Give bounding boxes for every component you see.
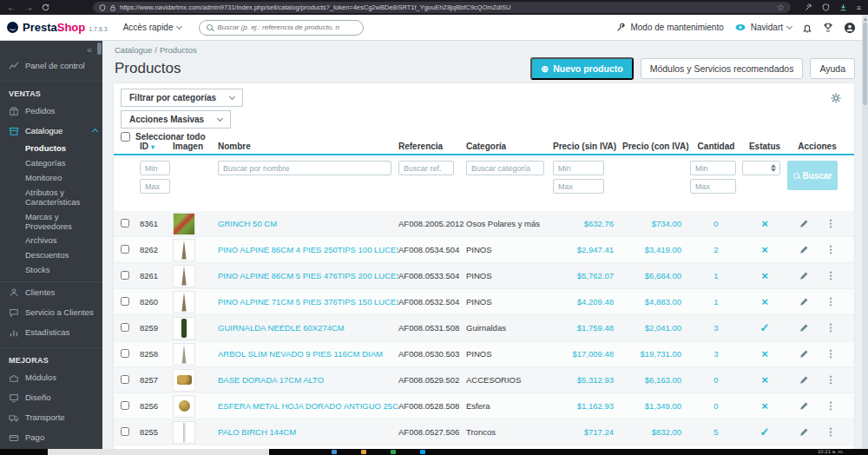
sidebar-item-modulos[interactable]: Módulos <box>0 368 102 388</box>
row-menu-dots-icon[interactable]: ⋮ <box>826 348 836 359</box>
price-max-filter[interactable] <box>553 179 604 194</box>
price-min-filter[interactable] <box>553 161 604 175</box>
col-precio-sin-iva[interactable]: Precio (sin IVA) <box>553 142 622 151</box>
filter-by-categories-dropdown[interactable]: Filtrar por categorías <box>121 89 243 107</box>
row-menu-dots-icon[interactable]: ⋮ <box>826 270 836 281</box>
prestashop-logo-icon[interactable] <box>7 22 18 33</box>
sidebar-item-clientes[interactable]: Clientes <box>0 281 102 303</box>
product-name-link[interactable]: ARBOL SLIM NEVADO 9 PIES 116CM DIAM <box>218 349 398 359</box>
reference-filter[interactable] <box>398 161 454 175</box>
os-taskbar[interactable]: 10:21 a. m. <box>0 449 868 455</box>
edit-pencil-icon[interactable] <box>799 245 809 254</box>
sidebar-item-archivos[interactable]: Archivos <box>0 234 102 248</box>
edit-pencil-icon[interactable] <box>799 375 809 385</box>
view-shop-dropdown[interactable]: Navidart <box>734 23 792 32</box>
row-checkbox[interactable] <box>121 401 129 410</box>
col-id[interactable]: ID▾ <box>140 142 173 151</box>
achievements-trophy-icon[interactable] <box>823 23 833 33</box>
sidebar-item-categorias[interactable]: Categorías <box>0 156 102 171</box>
taskbar-app-icon[interactable] <box>420 450 425 454</box>
account-avatar[interactable] <box>844 22 856 34</box>
sidebar-item-diseno[interactable]: Diseño <box>0 388 102 408</box>
name-filter[interactable] <box>218 161 391 175</box>
status-toggle[interactable]: × <box>742 218 787 229</box>
row-checkbox[interactable] <box>121 245 129 254</box>
sidebar-item-pago[interactable]: Pago <box>0 428 102 448</box>
grid-settings-gear-icon[interactable] <box>830 92 842 104</box>
product-name-link[interactable]: GUIRNALDA NEEDLE 60X274CM <box>218 323 398 333</box>
download-icon[interactable] <box>839 3 847 11</box>
taskbar-app-icon[interactable] <box>361 450 366 454</box>
edit-pencil-icon[interactable] <box>799 349 809 359</box>
product-name-link[interactable]: PINO ALPINE 71CM 5 PIES 376TIPS 150 LUCE… <box>218 297 398 307</box>
admin-search-input[interactable] <box>217 23 356 31</box>
status-toggle[interactable]: × <box>742 400 787 412</box>
status-toggle[interactable]: × <box>742 296 787 307</box>
browser-reload-icon[interactable] <box>42 3 49 11</box>
row-checkbox[interactable] <box>121 219 129 228</box>
edit-pencil-icon[interactable] <box>799 297 809 307</box>
row-checkbox[interactable] <box>121 271 129 280</box>
status-toggle[interactable]: × <box>742 348 787 359</box>
maintenance-mode-button[interactable]: Modo de mantenimiento <box>616 23 723 32</box>
new-product-button[interactable]: ⊕ Nuevo producto <box>530 57 633 80</box>
row-menu-dots-icon[interactable]: ⋮ <box>826 426 836 438</box>
quick-access-menu[interactable]: Accès rapide <box>123 23 182 32</box>
sidebar-item-estadisticas[interactable]: Estadísticas <box>0 323 102 343</box>
category-filter[interactable] <box>466 161 544 175</box>
notifications-bell-icon[interactable] <box>802 23 812 33</box>
col-estatus[interactable]: Estatus <box>742 142 787 151</box>
bookmark-star-icon[interactable]: ☆ <box>777 2 785 13</box>
sidebar-item-marcas[interactable]: Marcas y Proveedores <box>0 210 102 234</box>
row-checkbox[interactable] <box>121 427 129 436</box>
row-checkbox[interactable] <box>121 349 129 358</box>
edit-pencil-icon[interactable] <box>799 323 809 333</box>
qty-min-filter[interactable] <box>690 161 736 175</box>
edit-pencil-icon[interactable] <box>799 427 809 437</box>
edit-pencil-icon[interactable] <box>799 219 809 228</box>
sidebar-item-dashboard[interactable]: Panel de control <box>0 56 102 76</box>
select-all-input[interactable] <box>121 132 130 142</box>
product-name-link[interactable]: BASE DORADA 17CM ALTO <box>218 375 398 385</box>
url-bar[interactable]: https://www.navidartmx.com/admin9731/ind… <box>93 2 791 13</box>
bulk-actions-dropdown[interactable]: Acciones Masivas <box>121 110 231 129</box>
col-referencia[interactable]: Referencia <box>398 142 466 151</box>
edit-pencil-icon[interactable] <box>799 401 809 411</box>
taskbar-icons[interactable] <box>332 450 450 454</box>
page-scrollbar[interactable] <box>862 15 868 449</box>
sort-desc-icon[interactable]: ▾ <box>151 143 155 151</box>
status-filter-select[interactable] <box>742 161 780 175</box>
col-precio-con-iva[interactable]: Precio (con IVA) <box>622 142 690 151</box>
browser-extension-wrench-icon[interactable] <box>805 3 812 11</box>
row-menu-dots-icon[interactable]: ⋮ <box>826 400 836 412</box>
row-menu-dots-icon[interactable]: ⋮ <box>826 322 836 333</box>
row-checkbox[interactable] <box>121 297 129 306</box>
row-menu-dots-icon[interactable]: ⋮ <box>826 244 836 255</box>
lock-icon[interactable] <box>109 4 116 11</box>
row-menu-dots-icon[interactable]: ⋮ <box>826 296 836 307</box>
sidebar-collapse-button[interactable]: « <box>0 41 102 56</box>
browser-forward-icon[interactable]: → <box>24 0 33 15</box>
row-checkbox[interactable] <box>121 375 129 384</box>
status-toggle[interactable]: ✓ <box>742 426 787 438</box>
row-menu-dots-icon[interactable]: ⋮ <box>826 218 836 229</box>
sidebar-item-catalogue[interactable]: Catalogue <box>0 122 102 142</box>
sidebar-item-atributos[interactable]: Atributos y Características <box>0 186 102 210</box>
id-max-filter[interactable] <box>140 179 170 194</box>
taskbar-app-icon[interactable] <box>391 450 396 454</box>
edit-pencil-icon[interactable] <box>799 271 809 280</box>
sidebar-item-monitoreo[interactable]: Monitoreo <box>0 171 102 186</box>
qty-max-filter[interactable] <box>690 179 736 194</box>
product-name-link[interactable]: ESFERA METAL HOJA DORADO ANTIGUO 25CM <box>218 401 398 411</box>
row-menu-dots-icon[interactable]: ⋮ <box>826 374 836 386</box>
status-toggle[interactable]: ✓ <box>742 322 787 333</box>
select-all-checkbox[interactable]: Seleccionar todo <box>121 132 845 142</box>
breadcrumb-root[interactable]: Catalogue <box>115 45 152 55</box>
product-name-link[interactable]: PINO ALPINE 86CM 5 PIES 476TIPS 200 LUCE… <box>218 271 398 280</box>
browser-menu-icon[interactable]: ≡ <box>857 3 861 12</box>
taskbar-app-icon[interactable] <box>332 450 337 454</box>
scroll-up-arrow-icon[interactable] <box>864 17 867 21</box>
sidebar-item-transporte[interactable]: Transporte <box>0 408 102 428</box>
col-categoria[interactable]: Categoría <box>466 142 553 151</box>
browser-shield-icon[interactable] <box>822 3 830 11</box>
